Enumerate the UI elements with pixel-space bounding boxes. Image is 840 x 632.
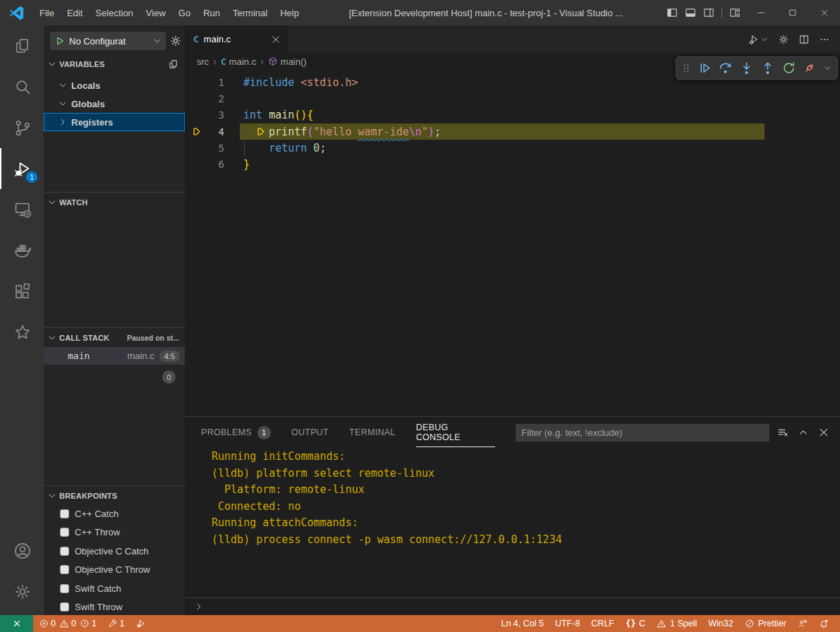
menu-view[interactable]: View	[140, 0, 172, 25]
activity-search[interactable]	[0, 66, 44, 107]
console-filter-input[interactable]	[516, 424, 769, 442]
scope-locals[interactable]: Locals	[44, 76, 185, 95]
statusbar-cursor-position[interactable]: Ln 4, Col 5	[495, 615, 549, 632]
statusbar-problems-summary[interactable]: 001	[33, 615, 102, 632]
debug-config-dropdown[interactable]: No Configurat	[50, 32, 166, 50]
breakpoint-label: Swift Throw	[75, 602, 123, 612]
breadcrumb-item[interactable]: src	[197, 56, 209, 67]
breakpoint-label: Objective C Throw	[75, 564, 150, 575]
breakpoint-checkbox[interactable]	[60, 509, 69, 518]
maximize-panel-icon[interactable]	[798, 427, 809, 438]
breakpoint-row[interactable]: Swift Throw	[44, 598, 185, 617]
activity-accounts[interactable]	[0, 530, 44, 571]
copy-icon[interactable]	[168, 59, 179, 70]
breakpoint-row[interactable]: Objective C Throw	[44, 561, 185, 580]
debug-step-out-icon[interactable]	[760, 61, 775, 75]
statusbar-debug-status[interactable]	[130, 615, 152, 632]
statusbar-encoding[interactable]: UTF-8	[549, 615, 585, 632]
menu-edit[interactable]: Edit	[61, 0, 89, 25]
panel-tab-problems[interactable]: PROBLEMS1	[201, 421, 271, 444]
statusbar-spell-checker[interactable]: 1 Spell	[651, 615, 702, 632]
breakpoint-checkbox[interactable]	[60, 565, 69, 574]
toggle-panel-icon[interactable]	[685, 7, 696, 18]
menu-run[interactable]: Run	[197, 0, 226, 25]
debug-step-into-icon[interactable]	[739, 61, 754, 75]
breadcrumb-item[interactable]: main()	[268, 56, 307, 67]
code-text: printf("hello wamr-ide\n");	[224, 126, 441, 138]
breadcrumb-item[interactable]: Cmain.c	[221, 56, 256, 67]
customize-layout-icon[interactable]	[729, 7, 741, 18]
menu-terminal[interactable]: Terminal	[226, 0, 274, 25]
close-button[interactable]	[808, 0, 840, 25]
statusbar-tools-status[interactable]: 1	[102, 615, 130, 632]
scope-registers[interactable]: Registers	[44, 113, 185, 131]
call-stack-header[interactable]: CALL STACK Paused on st...	[44, 328, 185, 344]
breakpoint-checkbox[interactable]	[60, 547, 69, 556]
breakpoint-row[interactable]: Objective C Catch	[44, 542, 185, 561]
activity-explorer[interactable]	[0, 25, 44, 66]
maximize-button[interactable]	[777, 0, 808, 25]
statusbar-notifications[interactable]	[813, 615, 834, 632]
breakpoints-header[interactable]: BREAKPOINTS	[44, 486, 185, 502]
start-debugging-icon[interactable]	[54, 35, 66, 47]
menu-selection[interactable]: Selection	[89, 0, 139, 25]
toggle-secondary-sidebar-icon[interactable]	[703, 7, 714, 18]
status-part	[136, 619, 146, 628]
statusbar-formatter[interactable]: Prettier	[739, 615, 792, 632]
stack-frame-row[interactable]: main main.c 4:5	[44, 347, 185, 365]
close-tab-icon[interactable]	[271, 35, 281, 44]
debug-continue-icon[interactable]	[698, 61, 712, 75]
menu-file[interactable]: File	[33, 0, 61, 25]
debug-console-output[interactable]: Running initCommands:(lldb) platform sel…	[185, 448, 840, 597]
activity-source-control[interactable]	[0, 107, 44, 148]
menu-help[interactable]: Help	[274, 0, 305, 25]
statusbar-platform[interactable]: Win32	[702, 615, 738, 632]
toggle-sidebar-icon[interactable]	[666, 7, 678, 18]
debug-run-icon[interactable]	[748, 34, 760, 45]
debug-chevron-down-icon[interactable]	[823, 61, 832, 75]
variables-header[interactable]: VARIABLES	[44, 56, 185, 72]
activity-run-and-debug[interactable]: 1	[0, 148, 44, 189]
watch-header[interactable]: WATCH	[44, 193, 185, 208]
activity-docker[interactable]	[0, 230, 44, 271]
remote-explorer-icon	[13, 200, 32, 219]
split-editor-icon[interactable]	[798, 34, 810, 45]
debug-step-over-icon[interactable]	[718, 61, 733, 75]
code-token: (){	[294, 109, 313, 121]
breakpoint-checkbox[interactable]	[60, 528, 69, 537]
activity-extensions[interactable]	[0, 271, 44, 312]
editor-settings-gear-icon[interactable]	[778, 34, 789, 45]
debug-restart-icon[interactable]	[781, 61, 796, 75]
panel-tab-debug-console[interactable]: DEBUG CONSOLE	[416, 418, 496, 447]
debug-drag-grip-icon[interactable]	[681, 61, 691, 75]
close-panel-icon[interactable]	[818, 427, 829, 438]
activity-bookmarks[interactable]	[0, 312, 44, 353]
statusbar-language-mode[interactable]: {}C	[620, 615, 651, 632]
code-editor[interactable]: 1#include <stdio.h>23int main(){4 printf…	[185, 70, 840, 416]
menu-go[interactable]: Go	[172, 0, 197, 25]
activity-manage[interactable]	[0, 571, 44, 612]
statusbar-feedback[interactable]	[792, 615, 813, 632]
panel-tab-output[interactable]: OUTPUT	[291, 423, 329, 442]
run-or-debug-button[interactable]	[748, 34, 769, 45]
tab-main-c[interactable]: C main.c	[185, 25, 288, 53]
breadcrumb-label: main()	[281, 56, 307, 67]
more-actions-icon[interactable]	[819, 34, 830, 45]
breakpoint-checkbox[interactable]	[60, 584, 69, 593]
chevron-down-icon[interactable]	[760, 35, 769, 44]
breakpoint-row[interactable]: Swift Catch	[44, 579, 185, 598]
debug-console-input[interactable]	[185, 597, 840, 615]
debug-disconnect-icon[interactable]	[802, 61, 817, 75]
statusbar-remote-indicator[interactable]	[0, 615, 33, 632]
code-token	[307, 142, 313, 154]
statusbar-eol[interactable]: CRLF	[585, 615, 620, 632]
breakpoint-row[interactable]: C++ Throw	[44, 523, 185, 542]
debug-settings-gear-icon[interactable]	[169, 35, 182, 47]
activity-remote-explorer[interactable]	[0, 189, 44, 230]
minimize-button[interactable]	[745, 0, 777, 25]
clear-console-icon[interactable]	[777, 427, 789, 438]
panel-tab-terminal[interactable]: TERMINAL	[349, 423, 396, 442]
scope-globals[interactable]: Globals	[44, 95, 185, 113]
breakpoint-checkbox[interactable]	[60, 602, 69, 612]
breakpoint-row[interactable]: C++ Catch	[44, 504, 185, 523]
